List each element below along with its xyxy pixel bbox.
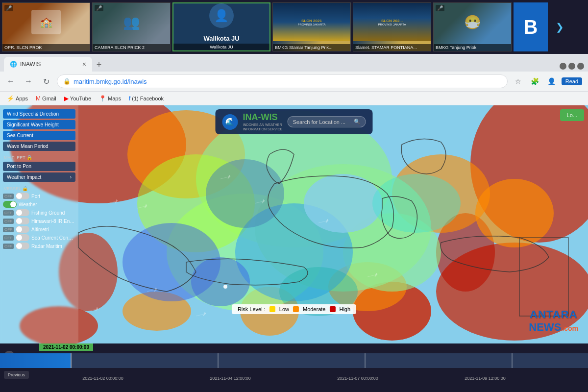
port-toggle-label: Port (31, 194, 40, 199)
risk-level-legend: Risk Level : Low Moderate High (232, 304, 356, 314)
inawis-brand: INA-WIS INDONESIAN WEATHER INFORMATION S… (243, 112, 282, 131)
inawis-title: INA-WIS (243, 112, 282, 122)
walikota-center-label: Walikota JU (203, 35, 239, 42)
map-container[interactable]: 🌊 INA-WIS INDONESIAN WEATHER INFORMATION… (0, 105, 588, 343)
timeline-bar: 2021-11-02 00:00:00 ⏮ 2021-11-02 00:00:0… (0, 343, 588, 383)
low-risk-dot (270, 306, 275, 312)
my-fleet-label: My Fleet (4, 155, 25, 160)
timeline-dates: 2021-11-02 00:00:00 2021-11-04 12:00:00 … (0, 376, 588, 381)
timeline-date-4: 2021-11-09 12:00:00 (465, 376, 506, 381)
video-conference-bar: 🏫 OPR. SLCN PROK 🎤 👥 CAMERA SLCN PRICK 2… (0, 0, 588, 54)
antara-news-word: NEWS (529, 321, 561, 334)
maximize-button[interactable] (568, 63, 575, 70)
timeline-marker-4 (512, 353, 513, 368)
bookmark-youtube[interactable]: ▶ YouTube (61, 94, 94, 103)
previous-button[interactable]: Previous (4, 371, 29, 379)
weather-impact-label: Weather Impact (7, 174, 41, 180)
url-bar[interactable]: 🔒 maritim.bmkg.go.id/inawis (57, 74, 508, 88)
video-label-bmkg-stamar1: BMKG Stamar Tanjung Prik... (273, 44, 350, 51)
video-thumb-slamet-stamar[interactable]: SLCN 202... PROVINSI JAKARTA Slamet. STA… (353, 2, 431, 51)
antara-text: ANTARA (530, 308, 577, 321)
inawis-header-bar: 🌊 INA-WIS INDONESIAN WEATHER INFORMATION… (215, 109, 372, 134)
apps-grid-icon: ⚡ (7, 95, 14, 102)
moderate-risk-dot (293, 306, 299, 312)
fishing-toggle[interactable] (16, 209, 29, 216)
facebook-icon: f (129, 95, 130, 102)
profile-icon[interactable]: 👤 (545, 74, 559, 88)
timeline-date-3: 2021-11-07 00:00:00 (337, 376, 378, 381)
port-toggle-row: OFF Port (3, 193, 75, 199)
wave-mean-period-button[interactable]: Wave Mean Period (3, 142, 75, 151)
altimetri-toggle[interactable] (16, 226, 29, 233)
moderate-risk-label: Moderate (303, 306, 325, 312)
svg-point-22 (206, 159, 284, 228)
map-sidebar: Wind Speed & Direction Significant Wave … (0, 105, 78, 343)
radar-off-label: OFF (3, 244, 14, 249)
weather-impact-arrow-icon: › (70, 174, 72, 180)
forward-button[interactable]: → (22, 74, 35, 88)
port-to-port-button[interactable]: Port to Pon (3, 162, 75, 171)
close-window-button[interactable] (577, 63, 584, 70)
url-text: maritim.bmkg.go.id/inawis (74, 78, 147, 85)
back-button[interactable]: ← (4, 74, 18, 88)
video-thumb-bmkg-stamar1[interactable]: SLCN 2021 PROVINSI JAKARTA BMKG Stamar T… (272, 2, 351, 51)
sea-current-condition-toggle[interactable] (16, 234, 29, 241)
sea-current-toggle-row: OFF Sea Current Condition (3, 234, 75, 241)
significant-wave-height-button[interactable]: Significant Wave Height (3, 120, 75, 129)
next-participant-arrow[interactable]: ❯ (550, 2, 569, 51)
high-risk-dot (329, 306, 335, 312)
video-thumb-camera-slcn[interactable]: 👥 CAMERA SLCN PRICK 2 🎤 (92, 2, 171, 51)
tab-label: INAWIS (20, 61, 41, 68)
mic-icon-opr: 🎤 (4, 5, 13, 11)
wind-speed-direction-button[interactable]: Wind Speed & Direction (3, 109, 75, 119)
gmail-icon: M (36, 95, 41, 102)
video-label-opr: OPR. SLCN PROK (2, 44, 90, 51)
timeline-marker-3 (365, 353, 366, 368)
inawis-title-prefix: INA (243, 112, 258, 122)
video-thumb-blue-b[interactable]: B (514, 2, 548, 51)
new-tab-button[interactable]: + (92, 58, 106, 72)
location-search-bar[interactable]: Search for Location ... 🔍 (288, 116, 366, 127)
himawari-toggle-label: Himawari-8 IR Enhanced (31, 219, 75, 224)
ssl-lock-icon: 🔒 (63, 78, 71, 85)
browser-toolbar-icons: ☆ 🧩 👤 Read (512, 74, 584, 88)
timeline-progress-bar (0, 353, 71, 368)
bookmark-maps[interactable]: 📍 Maps (96, 94, 124, 103)
radar-maritim-toggle[interactable] (16, 243, 29, 249)
walikota-bottom-label: Walikota JU (173, 44, 270, 50)
tab-close-button[interactable]: × (82, 60, 86, 68)
inawis-subtitle-line2: INFORMATION SERVICE (243, 127, 282, 131)
minimize-button[interactable] (560, 63, 566, 70)
bookmark-star-icon[interactable]: ☆ (512, 74, 525, 88)
bookmark-facebook[interactable]: f (1) Facebook (126, 94, 167, 103)
bookmark-maps-label: Maps (108, 96, 121, 101)
weather-toggle[interactable] (3, 201, 17, 208)
bookmark-youtube-label: YouTube (70, 96, 91, 101)
video-thumb-bmkg-tanjung[interactable]: 😷 BMKG Tanjung Priok 🎤 (433, 2, 512, 51)
video-thumb-opr-slcn[interactable]: 🏫 OPR. SLCN PROK 🎤 (2, 2, 90, 51)
extensions-icon[interactable]: 🧩 (528, 74, 542, 88)
mic-icon-bmkg: 🎤 (436, 5, 444, 11)
active-tab[interactable]: 🌐 INAWIS × (4, 57, 92, 72)
tab-bar: 🌐 INAWIS × + (0, 54, 588, 72)
youtube-icon: ▶ (64, 95, 69, 102)
bookmark-apps[interactable]: ⚡ Apps (4, 94, 31, 103)
refresh-button[interactable]: ↻ (39, 74, 53, 88)
sea-current-button[interactable]: Sea Current (3, 131, 75, 140)
vessel-label: Vessel (4, 186, 21, 191)
timeline-track[interactable] (0, 353, 588, 368)
video-thumb-walikota[interactable]: 👤 Walikota JU Walikota JU (172, 2, 270, 51)
read-aloud-button[interactable]: Read (562, 77, 582, 85)
himawari-toggle[interactable] (16, 218, 29, 224)
weather-impact-button[interactable]: Weather Impact › (3, 172, 75, 182)
port-toggle[interactable] (16, 193, 29, 199)
sea-current-off-label: OFF (3, 235, 14, 241)
bookmarks-bar: ⚡ Apps M Gmail ▶ YouTube 📍 Maps f (1) Fa… (0, 91, 588, 105)
inawis-logo: 🌊 (222, 114, 238, 130)
login-button[interactable]: Lo... (560, 109, 584, 121)
bookmark-gmail[interactable]: M Gmail (33, 94, 59, 103)
search-icon: 🔍 (354, 119, 361, 125)
vessel-section-label: Vessel 🔒 (3, 186, 75, 191)
bookmark-facebook-label: (1) Facebook (132, 96, 164, 101)
browser-chrome: 🌐 INAWIS × + ← → ↻ 🔒 maritim.bmkg.go.id/… (0, 54, 588, 105)
